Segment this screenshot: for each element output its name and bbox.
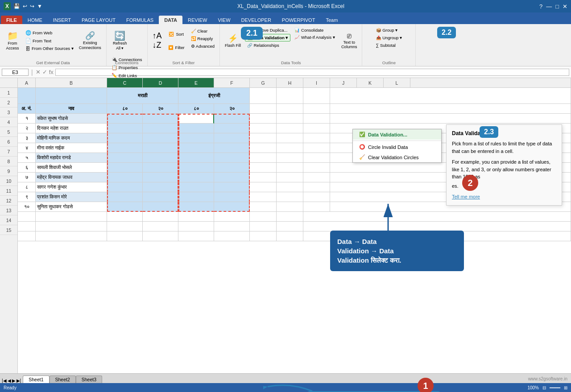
cell-e14[interactable] <box>178 222 214 231</box>
cell-h14[interactable] <box>277 222 303 231</box>
cell-d7[interactable] <box>143 153 178 163</box>
sheet-tab-nav-last[interactable]: ▶| <box>17 378 21 383</box>
cell-c1[interactable]: मराठी <box>107 88 178 104</box>
cell-h8[interactable] <box>277 163 303 173</box>
cell-h9[interactable] <box>277 173 303 182</box>
cell-a13[interactable] <box>18 212 36 222</box>
cell-h1[interactable] <box>277 88 303 104</box>
help-btn[interactable]: ? <box>539 3 542 10</box>
cell-f8[interactable] <box>214 163 250 173</box>
tab-data[interactable]: DATA <box>159 16 182 24</box>
cell-extra-14[interactable] <box>303 222 571 231</box>
cell-f6[interactable] <box>214 143 250 153</box>
row-header-12[interactable]: 12 <box>0 196 17 206</box>
row-header-10[interactable]: 10 <box>0 176 17 186</box>
tab-insert[interactable]: INSERT <box>48 16 76 24</box>
row-header-11[interactable]: 11 <box>0 186 17 196</box>
clear-btn[interactable]: 🧹 Clear <box>189 28 217 34</box>
undo-btn[interactable]: ↩ <box>23 3 27 9</box>
cell-b5[interactable]: मोहिनी माणिक कदम <box>36 133 107 143</box>
cell-c5[interactable] <box>107 133 143 143</box>
cell-h12[interactable] <box>277 202 303 212</box>
cell-e6[interactable] <box>178 143 214 153</box>
cell-a14[interactable] <box>18 222 36 231</box>
cell-h3[interactable] <box>277 114 303 124</box>
cell-b15[interactable] <box>36 231 107 241</box>
row-header-6[interactable]: 6 <box>0 137 17 147</box>
col-header-k[interactable]: K <box>357 78 384 87</box>
row-header-3[interactable]: 3 <box>0 107 17 117</box>
cell-e12[interactable] <box>178 202 214 212</box>
cell-h13[interactable] <box>277 212 303 222</box>
cell-i7[interactable] <box>303 153 330 163</box>
cell-f2[interactable]: २० <box>214 104 250 114</box>
cell-g1[interactable] <box>250 88 277 104</box>
cell-g15[interactable] <box>250 231 277 241</box>
cell-c12[interactable] <box>107 202 143 212</box>
cell-c3[interactable] <box>107 114 143 124</box>
cell-d12[interactable] <box>143 202 178 212</box>
from-web-btn[interactable]: 🌐From Web <box>23 29 76 37</box>
sheet-tab-nav-prev[interactable]: ◀ <box>8 378 11 383</box>
cell-d9[interactable] <box>143 173 178 182</box>
cell-h4[interactable] <box>277 124 303 133</box>
advanced-btn[interactable]: ⚙ Advanced <box>189 43 217 50</box>
cell-b3[interactable]: संकेत सुभाष गोडसे <box>36 114 107 124</box>
tooltip-link[interactable]: Tell me more <box>452 194 480 199</box>
zoom-level[interactable]: 100% <box>527 385 539 390</box>
row-header-4[interactable]: 4 <box>0 117 17 127</box>
cell-i2[interactable] <box>303 104 330 114</box>
existing-connections-btn[interactable]: 🔗 ExistingConnections <box>77 26 103 55</box>
cell-d8[interactable] <box>143 163 178 173</box>
col-header-e[interactable]: E <box>178 78 214 87</box>
cell-c10[interactable] <box>107 182 143 192</box>
subtotal-btn[interactable]: ∑ Subtotal <box>374 42 405 49</box>
col-header-b[interactable]: B <box>36 78 107 87</box>
cell-g14[interactable] <box>250 222 277 231</box>
cell-reference-box[interactable]: E3 <box>2 69 29 76</box>
cell-i3[interactable] <box>303 114 330 124</box>
cell-b11[interactable]: प्रशांत किसन मोरे <box>36 192 107 202</box>
minimize-btn[interactable]: — <box>546 3 552 10</box>
cell-g3[interactable] <box>250 114 277 124</box>
dropdown-item-circle-invalid[interactable]: ⭕ Circle Invalid Data <box>353 142 441 152</box>
cell-e13[interactable] <box>178 212 214 222</box>
cell-e4[interactable] <box>178 124 214 133</box>
cell-d14[interactable] <box>143 222 178 231</box>
cell-g12[interactable] <box>250 202 277 212</box>
from-text-btn[interactable]: 📄From Text <box>23 37 76 45</box>
cell-c4[interactable] <box>107 124 143 133</box>
cell-extra-3[interactable] <box>330 114 571 124</box>
cell-e11[interactable] <box>178 192 214 202</box>
cell-d10[interactable] <box>143 182 178 192</box>
cell-h15[interactable] <box>277 231 303 241</box>
cell-h2[interactable] <box>277 104 303 114</box>
cell-a11[interactable]: ९ <box>18 192 36 202</box>
cell-f14[interactable] <box>214 222 250 231</box>
cell-f15[interactable] <box>214 231 250 241</box>
row-header-13[interactable]: 13 <box>0 206 17 215</box>
tab-developer[interactable]: DEVELOPER <box>236 16 277 24</box>
sheet-tab-sheet3[interactable]: Sheet3 <box>76 375 102 383</box>
quick-access-dropdown[interactable]: ▼ <box>37 3 42 9</box>
cell-a10[interactable]: ८ <box>18 182 36 192</box>
cell-g13[interactable] <box>250 212 277 222</box>
col-header-g[interactable]: G <box>250 78 277 87</box>
cell-g8[interactable] <box>250 163 277 173</box>
quick-access-save[interactable]: 💾 <box>13 3 20 9</box>
group-btn[interactable]: 📦 Group ▾ <box>374 27 405 33</box>
filter-btn[interactable]: 🔽Filter <box>166 41 187 54</box>
cell-i10[interactable] <box>303 182 330 192</box>
sheet-tab-nav-first[interactable]: |◀ <box>2 378 7 383</box>
row-header-14[interactable]: 14 <box>0 215 17 225</box>
cell-e10[interactable] <box>178 182 214 192</box>
cell-b10[interactable]: सागर गणेश कुंभार <box>36 182 107 192</box>
col-header-more[interactable] <box>410 78 571 87</box>
tab-home[interactable]: HOME <box>22 16 48 24</box>
cell-i1[interactable] <box>303 88 330 104</box>
cell-i9[interactable] <box>303 173 330 182</box>
cell-a3[interactable]: १ <box>18 114 36 124</box>
ungroup-btn[interactable]: 📤 Ungroup ▾ <box>374 34 405 41</box>
cancel-formula-btn[interactable]: ✕ <box>36 69 41 75</box>
cell-a9[interactable]: ७ <box>18 173 36 182</box>
